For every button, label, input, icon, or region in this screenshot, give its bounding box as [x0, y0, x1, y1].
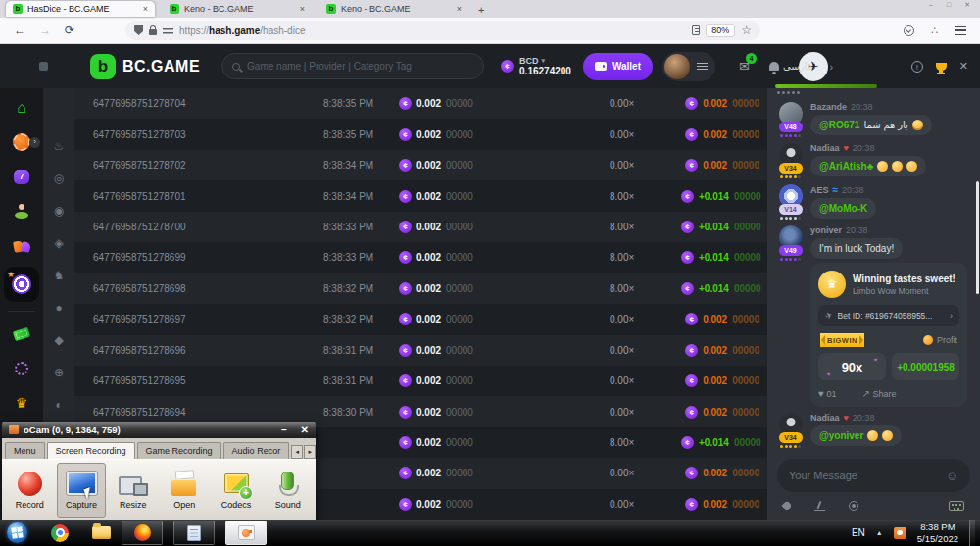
extensions-icon[interactable]: ∴: [931, 25, 938, 36]
mention-link[interactable]: @MoMo-K: [819, 203, 867, 214]
search-input[interactable]: [247, 61, 473, 72]
menu-icon[interactable]: [955, 26, 966, 35]
taskbar-clock[interactable]: 8:38 PM 5/15/2022: [917, 521, 958, 545]
tab-title: Keno - BC.GAME: [341, 4, 452, 14]
ocam-titlebar[interactable]: oCam (0, 9, 1364, 759) – ✕: [2, 422, 316, 438]
trophy-icon[interactable]: [936, 63, 947, 71]
ocam-tray-icon[interactable]: [894, 527, 906, 539]
sidebar-item-ticket[interactable]: [14, 322, 29, 347]
wallet-button[interactable]: Wallet: [583, 53, 653, 80]
ocam-capture-button[interactable]: Capture: [57, 463, 107, 518]
sidebar-item-ring[interactable]: [15, 356, 28, 381]
chat-scrollbar[interactable]: [976, 181, 979, 294]
bcgame-logo[interactable]: BC.GAME: [90, 54, 200, 79]
ocam-open-button[interactable]: Open: [160, 463, 210, 518]
ocam-tab-screen-recording[interactable]: Screen Recording: [47, 442, 135, 459]
ocam-codecs-button[interactable]: Codecs: [212, 463, 262, 518]
tab-close-icon[interactable]: ×: [300, 4, 305, 14]
firefox-taskbar-button[interactable]: [122, 521, 163, 545]
browser-tab[interactable]: Keno - BC.GAME×: [319, 1, 468, 17]
mention-link[interactable]: @RO671: [819, 120, 859, 130]
language-indicator[interactable]: EN: [852, 527, 865, 538]
permissions-icon[interactable]: [163, 26, 173, 35]
scroll-right-icon[interactable]: ▸: [304, 445, 316, 459]
currency-selector[interactable]: BCD▾ 0.16274200: [501, 56, 571, 77]
sidebar-item-dart-target[interactable]: [4, 267, 39, 302]
tab-close-icon[interactable]: ×: [457, 4, 462, 14]
address-bar[interactable]: https://hash.game/hash-dice 80% ☆: [125, 21, 760, 40]
browser-tab[interactable]: Keno - BC.GAME×: [163, 1, 312, 17]
game-shortcut-5-icon[interactable]: ♞: [54, 259, 65, 291]
bookmark-star-icon[interactable]: ☆: [741, 25, 752, 35]
new-tab-button[interactable]: +: [478, 4, 484, 16]
chat-input-box[interactable]: ☺: [777, 459, 970, 492]
ocam-tab-audio-recor[interactable]: Audio Recor: [223, 442, 290, 459]
explorer-taskbar-icon[interactable]: [92, 526, 111, 539]
reload-icon[interactable]: ⟳: [65, 24, 74, 37]
mention-link[interactable]: @AriAtish♣: [819, 161, 873, 172]
start-button[interactable]: [7, 522, 27, 543]
sidebar-item-home[interactable]: [17, 95, 26, 121]
messages-button[interactable]: ✉4: [739, 59, 750, 74]
ocam-resize-button[interactable]: Resize: [108, 463, 158, 518]
coin-drop-icon[interactable]: [849, 501, 858, 511]
sidebar-item-slot7[interactable]: [14, 164, 29, 189]
game-shortcut-7-icon[interactable]: ◆: [54, 323, 63, 356]
chrome-taskbar-icon[interactable]: [51, 524, 69, 542]
sidebar-item-bags[interactable]: [14, 232, 30, 258]
chat-language-tab[interactable]: فارسی: [783, 61, 811, 72]
win-share-card[interactable]: Winning tastes sweet! Limbo Wow Moment ✈…: [810, 263, 967, 407]
slash-commands-icon[interactable]: [814, 501, 825, 511]
keyboard-icon[interactable]: [949, 501, 964, 511]
show-desktop-button[interactable]: [969, 520, 975, 546]
shield-icon[interactable]: [134, 25, 143, 35]
browser-tab[interactable]: HasDice - BC.GAME×: [6, 1, 155, 17]
ocam-taskbar-button[interactable]: [225, 521, 267, 545]
close-icon[interactable]: ✕: [964, 1, 970, 9]
chat-close-icon[interactable]: ✕: [959, 60, 968, 73]
sidebar-toggle-icon[interactable]: [39, 62, 48, 71]
pocket-icon[interactable]: [904, 25, 914, 36]
ocam-record-button[interactable]: Record: [5, 463, 55, 518]
minimize-icon[interactable]: –: [929, 1, 933, 9]
mention-link[interactable]: @yoniver: [819, 430, 863, 441]
zoom-level[interactable]: 80%: [706, 24, 735, 37]
game-shortcut-9-icon[interactable]: ◐: [55, 388, 62, 421]
ocam-sound-button[interactable]: Sound: [263, 463, 313, 518]
ocam-close-icon[interactable]: ✕: [301, 424, 309, 435]
chevron-right-icon[interactable]: ›: [829, 61, 833, 73]
reader-mode-icon[interactable]: [692, 25, 700, 35]
ocam-tab-menu[interactable]: Menu: [5, 442, 45, 459]
back-icon[interactable]: ←: [14, 24, 25, 37]
notepad-taskbar-button[interactable]: [173, 521, 215, 545]
coin-icon: [681, 251, 694, 264]
game-shortcut-1-icon[interactable]: ♨: [54, 129, 65, 162]
profile-menu[interactable]: [662, 52, 715, 81]
game-search[interactable]: [221, 53, 484, 79]
game-shortcut-8-icon[interactable]: ⊕: [54, 356, 64, 388]
sidebar-item-chip[interactable]: [13, 129, 30, 155]
game-shortcut-6-icon[interactable]: ●: [55, 291, 62, 323]
maximize-icon[interactable]: □: [947, 1, 951, 9]
sidebar-item-dealer[interactable]: [14, 198, 29, 223]
bet-profit-value: 0.002: [703, 314, 727, 324]
ocam-tab-game-recording[interactable]: Game Recording: [137, 442, 221, 459]
ocam-minimize-icon[interactable]: –: [281, 424, 287, 435]
share-button[interactable]: ↗ Share: [861, 388, 896, 399]
sidebar-item-crown[interactable]: [16, 390, 28, 416]
emoji-picker-icon[interactable]: ☺: [946, 469, 958, 483]
game-shortcut-4-icon[interactable]: ◈: [54, 226, 63, 259]
lock-icon[interactable]: [149, 29, 157, 35]
user-avatar[interactable]: [664, 54, 690, 79]
game-shortcut-2-icon[interactable]: ◎: [54, 162, 64, 194]
rain-icon[interactable]: [781, 500, 792, 511]
tab-close-icon[interactable]: ×: [143, 4, 148, 14]
bet-id-row[interactable]: ✈ Bet ID: #619674058955... ›: [818, 305, 959, 326]
likes-button[interactable]: ♥ 01: [818, 388, 836, 399]
chat-rules-icon[interactable]: [911, 61, 923, 73]
bet-id: 64776958751278704: [93, 98, 323, 109]
chat-message-input[interactable]: [789, 470, 946, 481]
tray-expand-icon[interactable]: ▲: [876, 529, 883, 536]
game-shortcut-3-icon[interactable]: ◉: [54, 194, 64, 226]
scroll-left-icon[interactable]: ◂: [291, 445, 303, 459]
